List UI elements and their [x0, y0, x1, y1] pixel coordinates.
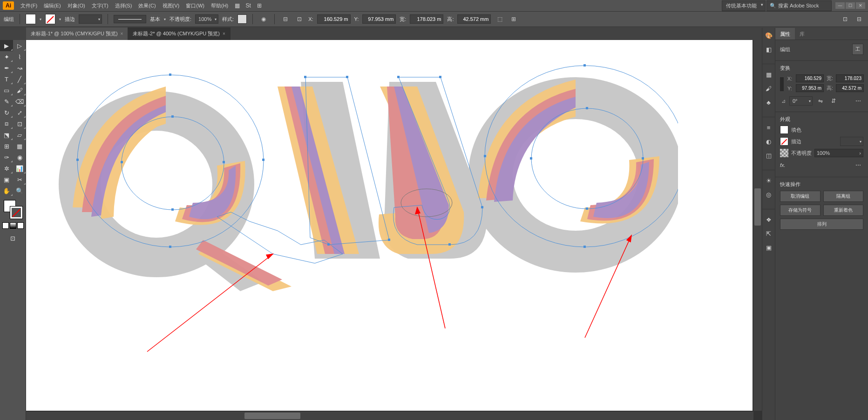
edit-button[interactable]: 工 [852, 44, 863, 55]
tab-libraries[interactable]: 库 [795, 28, 809, 40]
selection-tool[interactable]: ▶ [0, 40, 13, 51]
angle-dropdown[interactable]: 0° [789, 96, 813, 106]
stroke-swatch[interactable] [45, 14, 55, 24]
artboard-tool[interactable]: ▣ [0, 174, 13, 185]
prop-x-input[interactable] [796, 74, 824, 82]
shape-builder-tool[interactable]: ⬔ [0, 129, 13, 140]
rotate-tool[interactable]: ↻ [0, 107, 13, 118]
fill-swatch[interactable] [26, 14, 36, 24]
eyedropper-tool[interactable]: ✑ [0, 152, 13, 163]
fill-swatch[interactable] [780, 126, 788, 134]
hand-tool[interactable]: ✋ [0, 185, 13, 196]
fill-stroke-control[interactable] [4, 200, 22, 219]
curvature-tool[interactable]: ↝ [13, 62, 26, 73]
perspective-tool[interactable]: ▱ [13, 129, 26, 140]
layers-panel-icon[interactable]: ❖ [764, 215, 773, 224]
artboards-panel-icon[interactable]: ▣ [764, 243, 773, 252]
graphic-styles-icon[interactable]: ◎ [764, 190, 773, 199]
chevron-down-icon[interactable]: ▾ [164, 17, 166, 21]
arrange-button[interactable]: 排列 [780, 219, 863, 230]
opacity-input[interactable]: 100%› [814, 149, 863, 157]
menu-type[interactable]: 文字(T) [89, 1, 111, 11]
lasso-tool[interactable]: ⌇ [13, 51, 26, 62]
menu-window[interactable]: 窗口(W) [183, 1, 207, 11]
line-tool[interactable]: ╱ [13, 73, 26, 85]
stroke-swatch[interactable] [780, 137, 788, 146]
menu-view[interactable]: 视图(V) [160, 1, 183, 11]
chevron-down-icon[interactable]: ▾ [59, 17, 61, 21]
color-mode-icon[interactable] [2, 222, 9, 229]
slice-tool[interactable]: ✂ [13, 174, 26, 185]
stroke-profile[interactable] [114, 15, 146, 23]
prop-h-input[interactable] [836, 84, 864, 92]
reference-point-grid[interactable] [780, 77, 784, 91]
prop-w-input[interactable] [836, 74, 864, 82]
color-guide-icon[interactable]: ◧ [764, 45, 773, 54]
canvas[interactable] [26, 40, 753, 411]
brushes-panel-icon[interactable]: 🖌 [764, 84, 773, 93]
flip-h-icon[interactable]: ⇋ [815, 96, 826, 106]
direct-selection-tool[interactable]: ▷ [13, 40, 26, 51]
symbols-panel-icon[interactable]: ♣ [764, 98, 773, 107]
scrollbar-vertical[interactable] [753, 40, 762, 411]
appearance-panel-icon[interactable]: ☀ [764, 176, 773, 185]
symbol-sprayer-tool[interactable]: ✲ [0, 163, 13, 174]
width-tool[interactable]: ⧈ [0, 118, 13, 129]
shape-icon[interactable]: ⬚ [495, 14, 505, 24]
eraser-tool[interactable]: ⌫ [13, 96, 26, 107]
scroll-thumb[interactable] [244, 413, 300, 419]
type-tool[interactable]: T [0, 73, 13, 85]
minimize-button[interactable]: — [835, 2, 845, 9]
pen-tool[interactable]: ✒ [0, 62, 13, 73]
ungroup-button[interactable]: 取消编组 [780, 191, 821, 202]
menu-help[interactable]: 帮助(H) [208, 1, 231, 11]
shaper-tool[interactable]: ✎ [0, 96, 13, 107]
rectangle-tool[interactable]: ▭ [0, 85, 13, 96]
arrange-icon[interactable]: ⊞ [254, 0, 264, 11]
chevron-down-icon[interactable]: ▾ [40, 17, 41, 21]
document-tab[interactable]: 未标题-2* @ 400% (CMYK/GPU 预览)× [128, 27, 230, 40]
scrollbar-horizontal[interactable] [26, 412, 753, 420]
mesh-tool[interactable]: ⊞ [0, 140, 13, 152]
stroke-label[interactable]: 描边 [65, 16, 75, 23]
menu-select[interactable]: 选择(S) [112, 1, 135, 11]
prefs-icon[interactable]: ⊟ [854, 14, 864, 24]
recolor-icon[interactable]: ◉ [258, 14, 269, 24]
tab-properties[interactable]: 属性 [775, 28, 795, 40]
gradient-tool[interactable]: ▦ [13, 140, 26, 152]
color-panel-icon[interactable]: 🎨 [764, 31, 773, 40]
blend-tool[interactable]: ◉ [13, 152, 26, 163]
asset-export-icon[interactable]: ⇱ [764, 229, 773, 238]
more-options-icon[interactable]: ⋯ [853, 96, 863, 106]
w-input[interactable] [410, 14, 443, 24]
prop-y-input[interactable] [796, 84, 824, 92]
stock-icon[interactable]: St [243, 0, 253, 11]
menu-edit[interactable]: 编辑(E) [41, 1, 64, 11]
bridge-icon[interactable]: ▦ [232, 0, 242, 11]
magic-wand-tool[interactable]: ✦ [0, 51, 13, 62]
recolor-button[interactable]: 重新着色 [823, 205, 864, 216]
transform-icon[interactable]: ⊡ [294, 14, 305, 24]
tab-close-icon[interactable]: × [223, 31, 225, 36]
graph-tool[interactable]: 📊 [13, 163, 26, 174]
stroke-panel-icon[interactable]: ≡ [764, 123, 773, 132]
align-icon[interactable]: ⊟ [280, 14, 291, 24]
maximize-button[interactable]: ☐ [846, 2, 855, 9]
graphic-style-swatch[interactable] [237, 14, 247, 24]
search-input[interactable]: 🔍搜索 Adobe Stock [766, 0, 832, 11]
more-options-icon[interactable]: ⋯ [853, 160, 863, 170]
gradient-mode-icon[interactable] [10, 222, 16, 229]
scale-tool[interactable]: ⤢ [13, 107, 26, 118]
menu-file[interactable]: 文件(F) [18, 1, 40, 11]
tab-close-icon[interactable]: × [121, 31, 123, 36]
h-input[interactable] [457, 14, 491, 24]
gradient-panel-icon[interactable]: ◐ [764, 137, 773, 146]
zoom-tool[interactable]: 🔍 [13, 185, 26, 196]
y-input[interactable] [362, 14, 396, 24]
close-button[interactable]: ✕ [856, 2, 865, 9]
menu-object[interactable]: 对象(O) [65, 1, 88, 11]
transform-panel-icon[interactable]: ⊞ [509, 14, 519, 24]
none-mode-icon[interactable] [17, 222, 24, 229]
free-transform-tool[interactable]: ⊡ [13, 118, 26, 129]
isolate-button[interactable]: 隔离组 [823, 191, 864, 202]
